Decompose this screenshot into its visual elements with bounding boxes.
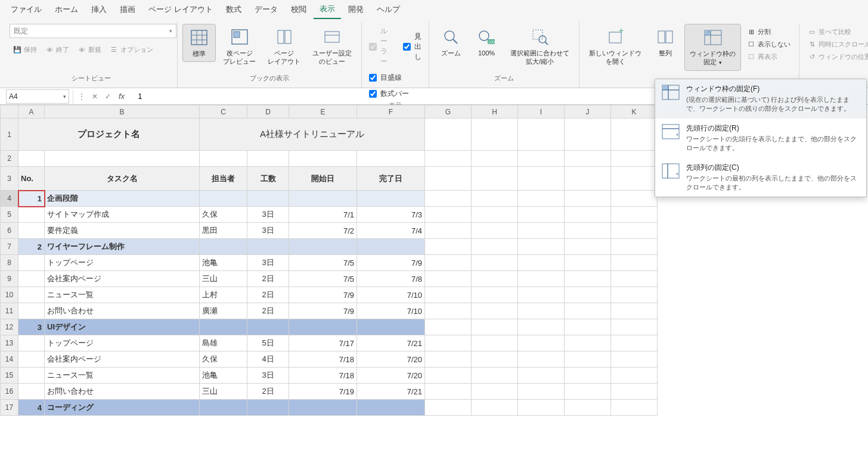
row-header-5[interactable]: 5 [1,207,18,223]
cell-E10[interactable]: 7/9 [289,287,357,303]
new-window-button[interactable]: + 新しいウィンドウ を開く [584,24,646,70]
cell-G8[interactable] [425,255,472,271]
cell-J3[interactable] [565,167,611,191]
cell-I14[interactable] [518,351,565,368]
cell-D10[interactable]: 2日 [247,287,289,303]
cell-C5[interactable]: 久保 [200,207,247,223]
row-header-4[interactable]: 4 [1,191,18,207]
row-header-10[interactable]: 10 [1,287,18,303]
cell-F5[interactable]: 7/3 [357,207,425,223]
menu-item-10[interactable]: ヘルプ [371,1,406,18]
cell-I8[interactable] [518,255,565,271]
cell-H8[interactable] [472,255,518,271]
cell-H1[interactable] [472,119,518,151]
cell-G15[interactable] [425,368,472,384]
sheet-view-preset[interactable]: 既定 ▾ [10,24,176,38]
freeze-panes-button[interactable]: * ウィンドウ枠の 固定 ▾ [684,24,741,71]
cell-C14[interactable]: 久保 [200,351,247,368]
menu-item-4[interactable]: ページ レイアウト [142,1,219,18]
cell-B4[interactable]: 企画段階 [45,191,200,207]
cell-A13[interactable] [18,335,45,351]
cell-H6[interactable] [472,223,518,239]
cell-F11[interactable]: 7/10 [357,303,425,319]
cell-I6[interactable] [518,223,565,239]
cell-A10[interactable] [18,287,45,303]
cell-K10[interactable] [611,287,658,303]
gridlines-checkbox[interactable]: 目盛線 [367,71,404,84]
cell-I7[interactable] [518,239,565,255]
menu-item-3[interactable]: 描画 [114,1,141,18]
cell-B17[interactable]: コーディング [45,400,200,416]
cell-J11[interactable] [565,303,611,319]
cell-C6[interactable]: 黒田 [200,223,247,239]
zoom-button[interactable]: ズーム [434,24,467,61]
col-header-D[interactable]: D [247,105,289,119]
cell-F8[interactable]: 7/9 [357,255,425,271]
col-header-K[interactable]: K [611,105,658,119]
cell-G3[interactable] [425,167,472,191]
cell-B9[interactable]: 会社案内ページ [45,271,200,287]
sheet-view-save-button[interactable]: 💾保持 [10,44,41,55]
menu-item-2[interactable]: 挿入 [85,1,113,18]
view-page-layout-button[interactable]: ページ レイアウト [263,24,305,70]
cell-J9[interactable] [565,271,611,287]
cell-E4[interactable] [289,191,357,207]
cell-K11[interactable] [611,303,658,319]
cell-F6[interactable]: 7/4 [357,223,425,239]
cell-G13[interactable] [425,335,472,351]
cell-G16[interactable] [425,384,472,400]
formula-bar-checkbox[interactable]: 数式バー [367,88,411,100]
cell-C2[interactable] [200,151,247,167]
cell-I10[interactable] [518,287,565,303]
cell-F9[interactable]: 7/8 [357,271,425,287]
cell-C4[interactable] [200,191,247,207]
cell-G12[interactable] [425,319,472,335]
row-header-2[interactable]: 2 [1,151,18,167]
cell-F14[interactable]: 7/20 [357,351,425,368]
sheet-view-new-button[interactable]: 👁新規 [74,44,105,55]
col-header-E[interactable]: E [289,105,357,119]
cell-C17[interactable] [200,400,247,416]
cell-B14[interactable]: 会社案内ページ [45,351,200,368]
col-header-F[interactable]: F [357,105,425,119]
col-header-H[interactable]: H [472,105,518,119]
view-normal-button[interactable]: 標準 [182,24,216,62]
cell-I17[interactable] [518,400,565,416]
cell-G1[interactable] [425,119,472,151]
cell-H10[interactable] [472,287,518,303]
cell-H13[interactable] [472,335,518,351]
cell-J16[interactable] [565,384,611,400]
headings-checkbox[interactable]: 見出し [401,25,424,68]
menu-item-6[interactable]: データ [249,1,284,18]
cell-K2[interactable] [611,151,658,167]
cell-C3[interactable]: 担当者 [200,167,247,191]
cell-G6[interactable] [425,223,472,239]
freeze-option-2[interactable]: * 先頭列の固定(C) ワークシートの最初の列を表示したままで、他の部分をスクロ… [655,158,866,197]
col-header-J[interactable]: J [565,105,611,119]
cell-D8[interactable]: 3日 [247,255,289,271]
cell-G4[interactable] [425,191,472,207]
cell-G11[interactable] [425,303,472,319]
cell-E12[interactable] [289,319,357,335]
cell-C7[interactable] [200,239,247,255]
cell-K15[interactable] [611,368,658,384]
accept-formula-button[interactable]: ✓ [102,91,114,102]
col-header-I[interactable]: I [518,105,565,119]
cell-K8[interactable] [611,255,658,271]
cell-H2[interactable] [472,151,518,167]
cancel-formula-button[interactable]: ✕ [89,91,101,102]
cell-I16[interactable] [518,384,565,400]
cell-J15[interactable] [565,368,611,384]
row-header-1[interactable]: 1 [1,119,18,151]
cell-B2[interactable] [45,151,200,167]
row-header-12[interactable]: 12 [1,319,18,335]
menu-item-1[interactable]: ホーム [49,1,84,18]
row-header-3[interactable]: 3 [1,167,18,191]
sheet-view-options-button[interactable]: ☰オプション [106,44,157,55]
cell-J7[interactable] [565,239,611,255]
cell-D17[interactable] [247,400,289,416]
cell-A12[interactable]: 3 [18,319,45,335]
hide-button[interactable]: ☐表示しない [743,39,794,50]
cell-J10[interactable] [565,287,611,303]
cell-J13[interactable] [565,335,611,351]
